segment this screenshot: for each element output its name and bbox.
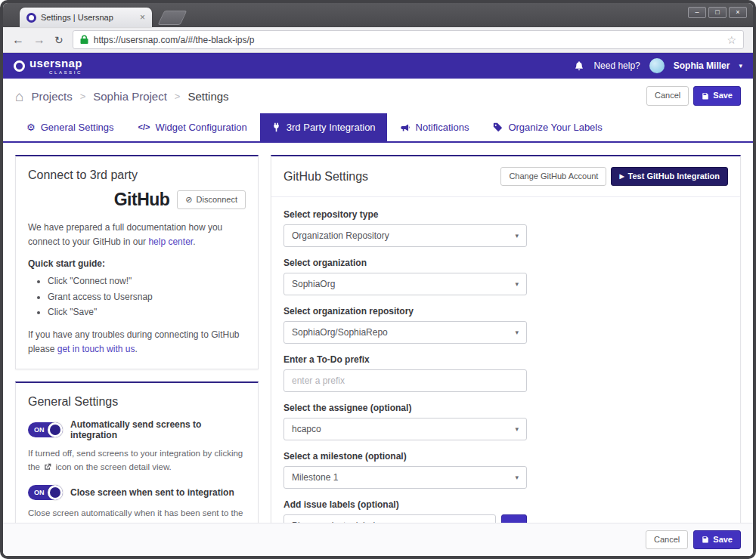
auto-send-description: If turned off, send screens to your inte… xyxy=(28,446,246,474)
logo-text: usersnap xyxy=(29,57,82,69)
header-right: Need help? Sophia Miller ▾ xyxy=(574,58,742,73)
breadcrumb-actions: Cancel Save xyxy=(646,86,741,105)
breadcrumb-separator: > xyxy=(175,91,181,102)
maximize-button[interactable]: □ xyxy=(708,7,727,18)
forward-icon[interactable]: → xyxy=(33,34,45,46)
avatar xyxy=(649,58,665,73)
url-text: https://usersnap.com/a/#/the-black-ips/p xyxy=(94,35,255,45)
browser-window: Settings | Usersnap × – □ × ← → ↻ https:… xyxy=(0,0,756,559)
footer-save-button[interactable]: Save xyxy=(693,530,741,549)
browser-tab-title: Settings | Usersnap xyxy=(41,13,113,22)
chevron-down-icon: ▾ xyxy=(515,474,519,481)
field-label-todo-prefix: Enter a To-Do prefix xyxy=(284,354,527,365)
bell-icon[interactable] xyxy=(574,60,584,71)
list-item: Click "Save" xyxy=(48,304,246,320)
address-bar[interactable]: https://usersnap.com/a/#/the-black-ips/p… xyxy=(73,30,744,49)
need-help-link[interactable]: Need help? xyxy=(593,60,640,71)
intro-text-end: . xyxy=(193,236,195,247)
breadcrumb: ⌂ Projects > Sophia Project > Settings C… xyxy=(3,79,753,113)
list-item: Click "Connect now!" xyxy=(48,273,246,289)
usersnap-logo[interactable]: usersnap CLASSIC xyxy=(14,57,82,75)
code-icon: </> xyxy=(138,123,150,131)
connect-card: Connect to 3rd party GitHub ⊘ Disconnect… xyxy=(15,155,259,369)
home-icon[interactable]: ⌂ xyxy=(15,89,23,103)
save-icon xyxy=(702,536,709,543)
plug-icon xyxy=(271,122,281,132)
select-value: SophiaOrg xyxy=(292,279,335,289)
quick-start-list: Click "Connect now!" Grant access to Use… xyxy=(48,273,246,320)
minimize-button[interactable]: – xyxy=(688,7,706,18)
organization-select[interactable]: SophiaOrg ▾ xyxy=(284,273,527,295)
chevron-down-icon: ▾ xyxy=(515,329,519,336)
toggle-state-label: ON xyxy=(34,426,45,434)
select-value: Milestone 1 xyxy=(292,472,338,483)
tab-label: General Settings xyxy=(41,122,114,133)
tab-notifications[interactable]: Notifications xyxy=(389,113,481,141)
toggle-state-label: ON xyxy=(34,489,45,496)
bookmark-star-icon[interactable]: ☆ xyxy=(727,34,736,46)
close-screen-toggle[interactable]: ON xyxy=(28,485,63,500)
get-in-touch-link[interactable]: get in touch with us xyxy=(57,344,135,354)
toggle-knob xyxy=(48,485,63,500)
tab-organize-your-labels[interactable]: Organize Your Labels xyxy=(482,113,613,141)
back-icon[interactable]: ← xyxy=(12,34,24,46)
usersnap-favicon xyxy=(26,13,36,23)
select-value: Organization Repository xyxy=(292,230,389,241)
app: usersnap CLASSIC Need help? Sophia Mille… xyxy=(3,53,753,556)
add-label-button[interactable]: + xyxy=(501,514,527,523)
assignee-select[interactable]: hcapco ▾ xyxy=(284,418,527,440)
tab-general-settings[interactable]: ⚙ General Settings xyxy=(15,113,125,141)
footer-cancel-button[interactable]: Cancel xyxy=(646,530,688,549)
browser-navbar: ← → ↻ https://usersnap.com/a/#/the-black… xyxy=(3,27,753,53)
auto-send-toggle[interactable]: ON xyxy=(28,422,63,437)
tab-label: Notifications xyxy=(416,122,469,133)
user-menu[interactable]: Sophia Miller xyxy=(674,60,730,71)
cancel-button[interactable]: Cancel xyxy=(646,86,689,105)
tab-widget-configuration[interactable]: </> Widget Configuration xyxy=(127,113,259,141)
chevron-down-icon: ▾ xyxy=(515,280,519,288)
tags-icon xyxy=(493,122,503,132)
breadcrumb-project-name[interactable]: Sophia Project xyxy=(93,90,167,103)
test-github-integration-button[interactable]: ▶ Test GitHub Integration xyxy=(611,167,728,186)
todo-prefix-input[interactable] xyxy=(284,369,527,392)
close-screen-label: Close screen when sent to integration xyxy=(70,487,234,498)
disconnect-button-label: Disconnect xyxy=(197,195,237,205)
connect-card-title: Connect to 3rd party xyxy=(28,168,246,182)
save-button[interactable]: Save xyxy=(693,86,741,105)
main-content: Connect to 3rd party GitHub ⊘ Disconnect… xyxy=(3,143,753,523)
change-github-account-button[interactable]: Change GitHub Account xyxy=(500,167,606,186)
milestone-select[interactable]: Milestone 1 ▾ xyxy=(284,466,527,489)
tab-3rd-party-integration[interactable]: 3rd Party Integration xyxy=(260,113,387,141)
usersnap-logo-icon xyxy=(14,60,25,72)
logo-subtext: CLASSIC xyxy=(29,70,82,75)
refresh-icon[interactable]: ↻ xyxy=(54,35,64,45)
field-label-assignee: Select the assignee (optional) xyxy=(284,403,527,413)
lock-icon xyxy=(80,35,88,45)
field-label-organization: Select organization xyxy=(284,258,527,268)
github-wordmark: GitHub xyxy=(114,190,170,210)
field-label-organization-repository: Select organization repository xyxy=(284,306,527,317)
issue-label-select[interactable]: Please select a label ▾ xyxy=(284,514,496,523)
help-center-link[interactable]: help center xyxy=(148,236,193,247)
browser-tab[interactable]: Settings | Usersnap × xyxy=(20,8,152,27)
close-window-button[interactable]: × xyxy=(729,7,747,18)
test-button-label: Test GitHub Integration xyxy=(628,171,720,181)
organization-repository-select[interactable]: SophiaOrg/SophiaRepo ▾ xyxy=(284,321,527,344)
field-label-repository-type: Select repository type xyxy=(284,209,527,220)
select-value: SophiaOrg/SophiaRepo xyxy=(292,327,388,338)
desc-text-end: icon on the screen detail view. xyxy=(53,462,172,471)
footer-save-label: Save xyxy=(713,535,733,545)
github-settings-card: GitHub Settings Change GitHub Account ▶ … xyxy=(271,155,741,523)
disconnect-button[interactable]: ⊘ Disconnect xyxy=(177,190,246,209)
troubles-text-end: . xyxy=(135,344,137,354)
chevron-down-icon: ▾ xyxy=(515,425,519,433)
save-icon xyxy=(702,92,709,100)
app-header: usersnap CLASSIC Need help? Sophia Mille… xyxy=(3,53,753,79)
breadcrumb-projects[interactable]: Projects xyxy=(31,90,72,103)
field-label-milestone: Select a milestone (optional) xyxy=(284,451,527,462)
new-tab-button[interactable] xyxy=(158,11,187,25)
auto-send-label: Automatically send screens to integratio… xyxy=(70,419,246,440)
github-settings-header: GitHub Settings Change GitHub Account ▶ … xyxy=(271,156,740,197)
close-tab-icon[interactable]: × xyxy=(140,13,145,22)
repository-type-select[interactable]: Organization Repository ▾ xyxy=(284,224,527,247)
